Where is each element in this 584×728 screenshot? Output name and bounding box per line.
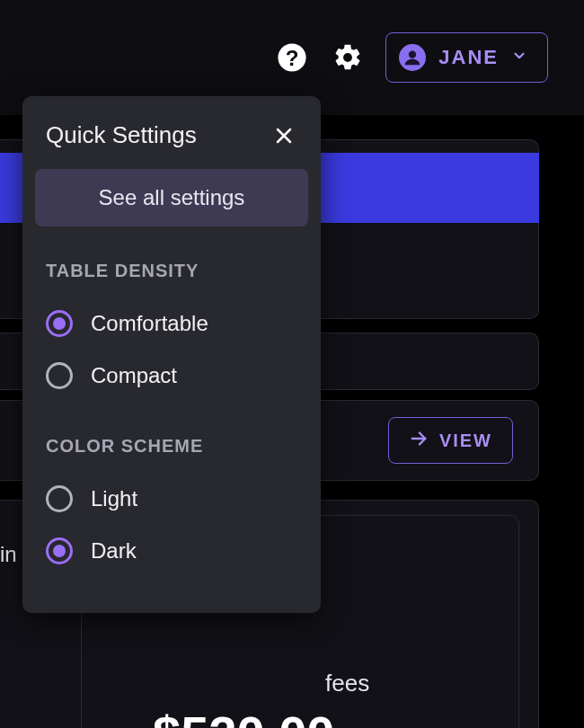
popover-title: Quick Settings bbox=[46, 121, 197, 149]
gear-icon[interactable] bbox=[330, 40, 366, 75]
radio-label: Compact bbox=[91, 363, 177, 388]
radio-label: Light bbox=[91, 486, 137, 511]
avatar-icon bbox=[399, 44, 426, 71]
radio-icon bbox=[46, 310, 73, 337]
view-button-label: VIEW bbox=[439, 431, 492, 451]
color-option-light[interactable]: Light bbox=[35, 473, 308, 525]
partial-text: in bbox=[0, 542, 17, 567]
radio-label: Dark bbox=[91, 538, 137, 564]
radio-label: Comfortable bbox=[91, 311, 208, 336]
radio-icon bbox=[46, 362, 73, 389]
color-option-dark[interactable]: Dark bbox=[35, 525, 308, 577]
chevron-down-icon bbox=[511, 48, 527, 67]
table-density-label: TABLE DENSITY bbox=[46, 261, 308, 281]
view-button[interactable]: VIEW bbox=[388, 417, 513, 464]
density-option-compact[interactable]: Compact bbox=[35, 350, 308, 402]
popover-header: Quick Settings bbox=[35, 121, 308, 169]
close-icon[interactable] bbox=[270, 122, 297, 149]
quick-settings-popover: Quick Settings See all settings TABLE DE… bbox=[22, 96, 321, 613]
radio-icon bbox=[46, 537, 73, 564]
arrow-right-icon bbox=[409, 429, 429, 452]
svg-point-3 bbox=[409, 51, 416, 58]
fees-text: fees bbox=[325, 670, 369, 697]
radio-icon bbox=[46, 485, 73, 512]
price-text: $520.00 bbox=[153, 705, 334, 728]
user-name: JANE bbox=[438, 46, 499, 69]
color-scheme-label: COLOR SCHEME bbox=[46, 436, 308, 457]
see-all-settings-button[interactable]: See all settings bbox=[35, 169, 308, 226]
density-option-comfortable[interactable]: Comfortable bbox=[35, 297, 308, 350]
user-menu[interactable]: JANE bbox=[385, 32, 548, 83]
svg-text:?: ? bbox=[286, 46, 299, 70]
help-icon[interactable]: ? bbox=[274, 40, 310, 75]
